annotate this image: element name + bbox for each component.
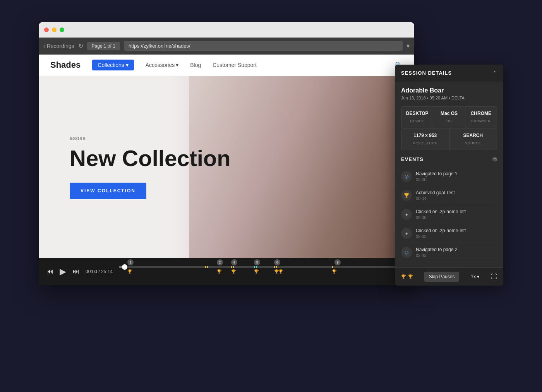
- event-item-4: ◎ Navigated to page 2 02:43: [401, 243, 497, 262]
- collections-dropdown-icon: ▾: [126, 62, 129, 68]
- speed-selector[interactable]: 1x ▾: [471, 274, 479, 279]
- device-cell-os: Mac OS OS: [433, 107, 465, 128]
- reload-button[interactable]: ↻: [78, 42, 83, 50]
- time-display: 00:00 / 25:14: [86, 269, 113, 274]
- session-time: 05:20 AM: [430, 96, 448, 100]
- fullscreen-button[interactable]: ⛶: [491, 273, 497, 280]
- maximize-button[interactable]: [60, 27, 64, 32]
- nav-collections[interactable]: Collections ▾: [92, 60, 134, 70]
- session-date: Jun 13, 2018: [401, 96, 426, 100]
- marker-2: 2: [217, 259, 223, 265]
- panel-header: SESSION DETAILS ⌃: [395, 65, 503, 82]
- site-navigation: Shades Collections ▾ Accessories ▾ Blog …: [39, 55, 414, 76]
- events-header: EVENTS ⛃: [401, 156, 497, 163]
- filter-icon[interactable]: ⛃: [492, 156, 497, 163]
- trophy-4: 🏆: [254, 269, 259, 274]
- mac-titlebar: [39, 22, 414, 38]
- resolution-label: RESOLUTION: [413, 141, 437, 145]
- hero-content: asoss New Collection VIEW COLLECTION: [70, 135, 231, 199]
- event-item-1: 🏆 Achieved goal Test 00:04: [401, 186, 497, 205]
- device-grid-2col: 1179 x 953 RESOLUTION SEARCH SOURCE: [401, 128, 497, 150]
- current-time: 00:00: [86, 269, 97, 274]
- marker-1: 1: [127, 259, 134, 265]
- device-browser-value: CHROME: [468, 111, 494, 116]
- back-button[interactable]: ‹ Recordings: [43, 43, 74, 49]
- marker-4: 4: [231, 259, 237, 265]
- event-time-3: 02:03: [416, 234, 497, 239]
- bottom-trophy-2: 🏆: [408, 274, 413, 279]
- event-icon-click-2: ●: [401, 228, 412, 239]
- url-dropdown-icon[interactable]: ▾: [406, 42, 410, 50]
- event-label-1: Achieved goal Test: [416, 190, 497, 195]
- event-icon-click-1: ●: [401, 209, 412, 220]
- recordings-label: Recordings: [47, 43, 74, 49]
- events-list: ◎ Navigated to page 1 00:00 🏆 Achieved g…: [401, 167, 497, 262]
- nav-customer-support[interactable]: Customer Support: [213, 62, 257, 68]
- nav-accessories[interactable]: Accessories ▾: [146, 62, 178, 68]
- hero-subtitle: asoss: [70, 135, 231, 141]
- session-panel: SESSION DETAILS ⌃ Adorable Boar Jun 13, …: [395, 65, 503, 286]
- back-arrow-icon: ‹: [43, 43, 45, 49]
- nav-blog[interactable]: Blog: [190, 62, 201, 68]
- skip-forward-button[interactable]: ⏭: [72, 267, 79, 276]
- skip-back-button[interactable]: ⏮: [46, 267, 53, 276]
- device-cell-source: SEARCH SOURCE: [449, 129, 497, 150]
- website-content: Shades Collections ▾ Accessories ▾ Blog …: [39, 55, 414, 258]
- event-item-0: ◎ Navigated to page 1 00:00: [401, 167, 497, 186]
- device-grid-3col: DESKTOP DEVICE Mac OS OS CHROME BROWSER: [401, 106, 497, 128]
- event-icon-nav-2: ◎: [401, 247, 412, 258]
- event-time-4: 02:43: [416, 253, 497, 258]
- hero-section: asoss New Collection VIEW COLLECTION: [39, 76, 414, 258]
- trophy-2: 🏆: [217, 269, 221, 274]
- event-label-3: Clicked on .zp-home-left: [416, 228, 497, 233]
- panel-body: Adorable Boar Jun 13, 2018 • 05:20 AM • …: [395, 82, 503, 267]
- device-type-label: DEVICE: [410, 119, 424, 123]
- device-type-value: DESKTOP: [405, 111, 430, 116]
- panel-title: SESSION DETAILS: [401, 70, 452, 76]
- page-indicator: Page 1 of 1: [87, 42, 120, 50]
- device-browser-label: BROWSER: [471, 119, 491, 123]
- marker-9: 9: [334, 259, 341, 265]
- source-value: SEARCH: [453, 133, 494, 138]
- event-label-2: Clicked on .zp-home-left: [416, 209, 497, 214]
- total-time: 25:14: [101, 269, 113, 274]
- panel-bottom-row: 🏆 🏆 Skip Pauses 1x ▾ ⛶: [395, 267, 503, 286]
- event-item-3: ● Clicked on .zp-home-left 02:03: [401, 224, 497, 243]
- accessories-dropdown-icon: ▾: [176, 62, 178, 68]
- skip-pauses-button[interactable]: Skip Pauses: [424, 272, 460, 282]
- view-collection-button[interactable]: VIEW COLLECTION: [70, 183, 146, 199]
- event-label-0: Navigated to page 1: [416, 171, 497, 176]
- source-label: SOURCE: [465, 141, 481, 145]
- events-title: EVENTS: [401, 156, 424, 162]
- device-os-label: OS: [446, 119, 452, 123]
- trophy-1: 🏆: [127, 269, 132, 274]
- event-time-0: 00:00: [416, 177, 497, 182]
- bottom-trophies: 🏆 🏆: [401, 274, 413, 279]
- marker-6: 6: [274, 259, 280, 265]
- panel-collapse-button[interactable]: ⌃: [492, 70, 497, 76]
- timeline-track[interactable]: [119, 266, 406, 268]
- event-icon-nav-1: ◎: [401, 171, 412, 182]
- event-time-2: 00:30: [416, 215, 497, 220]
- device-cell-resolution: 1179 x 953 RESOLUTION: [401, 129, 449, 150]
- event-label-4: Navigated to page 2: [416, 247, 497, 252]
- timeline-markers: 1 2 4 5 6 9: [119, 259, 406, 266]
- bottom-trophy-1: 🏆: [401, 274, 406, 279]
- minimize-button[interactable]: [52, 27, 57, 32]
- resolution-value: 1179 x 953: [405, 133, 446, 138]
- trophy-6: 🏆: [278, 269, 283, 274]
- close-button[interactable]: [44, 27, 49, 32]
- url-bar[interactable]: https://zylker.online/shades/: [124, 41, 403, 51]
- session-meta: Jun 13, 2018 • 05:20 AM • DELTA: [401, 96, 497, 100]
- session-timezone: DELTA: [451, 96, 465, 100]
- device-cell-type: DESKTOP DEVICE: [401, 107, 433, 128]
- mac-window: ‹ Recordings ↻ Page 1 of 1 https://zylke…: [39, 22, 414, 285]
- trophy-7: 🏆: [332, 269, 336, 274]
- event-icon-goal: 🏆: [401, 190, 412, 201]
- timeline[interactable]: 1 2 4 5 6 9: [119, 266, 406, 277]
- event-item-2: ● Clicked on .zp-home-left 00:30: [401, 205, 497, 224]
- marker-5: 5: [254, 259, 260, 265]
- timeline-scrubber[interactable]: [122, 264, 127, 270]
- play-button[interactable]: ▶: [60, 267, 66, 277]
- device-cell-browser: CHROME BROWSER: [465, 107, 497, 128]
